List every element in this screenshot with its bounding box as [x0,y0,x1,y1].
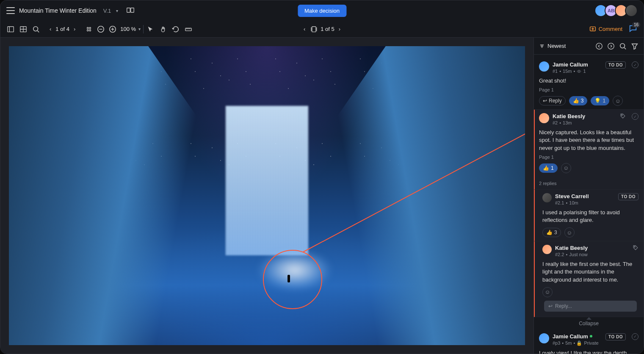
panel-left-icon[interactable] [6,25,15,33]
tag-icon[interactable] [620,113,626,119]
comment-body: Great shot! [539,77,638,85]
comment-author: Katie Beesly [553,113,614,119]
comment-body: I used a polarising filter to avoid refl… [542,209,638,224]
resolve-icon[interactable] [632,333,638,340]
zoom-level[interactable]: 100 % ▾ [120,26,141,32]
prev-item-icon[interactable]: ‹ [302,25,307,33]
chevron-down-icon[interactable]: ▾ [116,8,118,13]
next-item-icon[interactable]: › [337,25,342,33]
add-comment-button[interactable]: Comment [589,26,622,33]
avatar [539,113,549,123]
svg-point-33 [608,43,614,49]
comment-author: Steve Carrell [555,193,615,199]
comment-reply[interactable]: Steve Carrell #2.1 • 10m TO DO I used a … [534,190,644,241]
svg-point-34 [620,43,625,48]
svg-point-9 [87,27,89,29]
top-bar: Mountain Time Winter Edition V.1 ▾ Make … [0,0,644,21]
version-label[interactable]: V.1 [103,8,111,14]
svg-rect-0 [127,8,130,13]
prev-circle-icon[interactable] [595,42,603,50]
comment-page: Page 1 [539,87,638,92]
sort-dropdown[interactable]: Newest [539,43,566,49]
make-decision-button[interactable]: Make decision [298,5,346,17]
svg-line-8 [38,30,39,32]
comment-meta: #1 • 15m • 1 [553,69,602,74]
pages-icon[interactable] [310,25,318,33]
hand-icon[interactable] [159,25,167,33]
svg-point-7 [33,26,38,31]
comment-author: Jamie Callum [553,333,602,340]
document-title: Mountain Time Winter Edition [19,7,97,14]
rotate-icon[interactable] [171,25,180,33]
svg-point-11 [89,27,91,29]
comment-item[interactable]: Jamie Callum #p3 • 5m • 🔒 Private TO DO … [534,330,644,354]
add-reaction-icon[interactable]: ☺ [613,96,623,106]
comment-reply[interactable]: Katie Beesly #2.2 • Just now I really li… [534,241,644,317]
bulb-count[interactable]: 💡 1 [591,96,609,105]
comment-body: Nicely captured. Looks like a beautiful … [539,129,638,152]
like-count[interactable]: 👍 1 [539,163,558,173]
zoom-out-icon[interactable] [97,25,105,33]
add-reaction-icon[interactable]: ☺ [564,227,575,238]
filter-icon[interactable] [631,42,638,50]
chat-icon[interactable]: 16 [628,24,638,34]
comment-item[interactable]: Jamie Callum #1 • 15m • 1 TO DO Great sh… [534,58,644,110]
svg-point-38 [634,246,635,247]
like-count[interactable]: 👍 3 [569,96,588,105]
menu-icon[interactable] [6,7,15,14]
tag-icon[interactable] [633,245,638,251]
comment-author: Jamie Callum [553,61,602,68]
add-reaction-icon[interactable]: ☺ [561,163,571,173]
main-image [9,46,525,345]
toolbar: ‹ 1 of 4 › 100 % ▾ ‹ 1 of 5 › Comment [0,21,644,38]
search-icon[interactable] [619,42,627,50]
comment-meta: #p3 • 5m • 🔒 Private [553,340,602,346]
fit-icon[interactable] [85,25,93,33]
like-count[interactable]: 👍 3 [542,228,561,237]
comment-meta: #2.1 • 10m [555,200,615,205]
svg-rect-2 [8,26,14,32]
status-badge[interactable]: TO DO [618,193,638,200]
svg-line-35 [625,47,626,49]
comment-meta: #2 • 13m [553,120,614,125]
user-avatar[interactable] [625,4,638,17]
compare-icon[interactable] [127,8,134,14]
page-indicator: 1 of 4 [55,26,69,32]
item-indicator: 1 of 5 [321,26,334,32]
avatar [539,61,549,72]
resolve-icon[interactable] [632,61,638,68]
grid-icon[interactable] [19,25,28,33]
chat-count-badge: 16 [632,22,640,28]
svg-point-37 [622,115,622,116]
svg-point-32 [596,43,602,49]
comment-item[interactable]: Katie Beesly #2 • 13m Nicely captured. L… [534,110,644,190]
canvas-area[interactable] [0,38,533,354]
svg-point-12 [89,29,91,31]
avatar [542,245,552,254]
comment-body: Lovely view! I like the way the depth dr… [539,349,638,354]
next-page-icon[interactable]: › [72,25,77,33]
comment-page: Page 1 [539,155,638,160]
zoom-in-icon[interactable] [108,25,117,33]
comment-author: Katie Beesly [555,245,627,251]
ruler-icon[interactable] [184,25,193,33]
search-icon[interactable] [32,25,40,33]
svg-point-10 [87,29,89,31]
prev-page-icon[interactable]: ‹ [48,25,53,33]
collapse-button[interactable]: Collapse [534,317,644,330]
online-dot-icon [590,335,592,337]
pointer-icon[interactable] [146,25,155,33]
svg-rect-1 [131,8,134,13]
status-badge[interactable]: TO DO [605,61,626,69]
reply-button[interactable]: ↩ Reply [539,96,566,105]
comments-sidebar: Newest Jamie Callum [533,38,644,354]
status-badge[interactable]: TO DO [605,333,626,340]
reply-input[interactable]: ↩ Reply... [544,301,637,312]
next-circle-icon[interactable] [607,42,615,50]
avatar [542,193,552,202]
replies-count: 2 replies [539,177,638,186]
add-reaction-icon[interactable]: ☺ [542,287,553,297]
resolve-icon[interactable] [632,113,638,120]
svg-point-36 [579,71,580,72]
avatar [539,333,549,343]
